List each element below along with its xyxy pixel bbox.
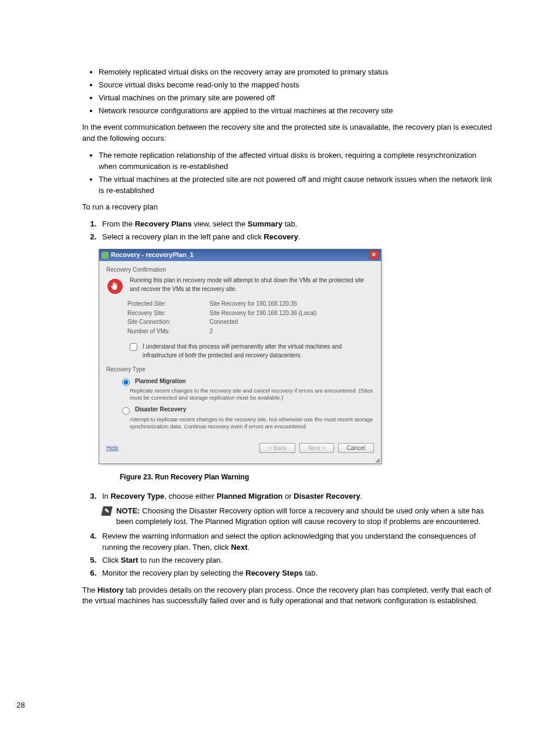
recovery-type-label: Recovery Type xyxy=(106,366,374,374)
bold-text: History xyxy=(97,586,124,594)
bold-text: Planned Migration xyxy=(217,492,283,500)
paragraph-event: In the event communication between the r… xyxy=(82,122,495,144)
figure-caption: Figure 23. Run Recovery Plan Warning xyxy=(120,472,495,482)
step-item: Review the warning information and selec… xyxy=(99,531,495,553)
bullet-list-top: Remotely replicated virtual disks on the… xyxy=(82,67,495,116)
list-item: Virtual machines on the primary site are… xyxy=(99,93,495,104)
note-block: ✎ NOTE: Choosing the Disaster Recovery o… xyxy=(102,506,495,528)
list-item: Remotely replicated virtual disks on the… xyxy=(99,67,495,78)
confirmation-row: Running this plan in recovery mode will … xyxy=(106,276,374,295)
bold-text: Start xyxy=(121,556,139,564)
note-text: NOTE: Choosing the Disaster Recovery opt… xyxy=(116,506,495,528)
resize-grip-icon[interactable]: ◢ xyxy=(99,458,381,464)
bold-text: Summary xyxy=(248,219,282,228)
figure-wrapper: Recovery - recoveryPlan_1 ✕ Recovery Con… xyxy=(99,249,495,483)
info-table: Protected Site:Site Recovery for 190.168… xyxy=(127,300,374,336)
recovery-site-value: Site Recovery for 190.168.120.36 (Local) xyxy=(210,309,316,318)
bold-text: Recovery Type xyxy=(110,492,164,500)
note-icon: ✎ xyxy=(101,506,112,516)
document-page: Remotely replicated virtual disks on the… xyxy=(0,0,560,744)
number-vms-value: 2 xyxy=(210,327,213,336)
radio-disaster-block: Disaster Recovery Attempt to replicate r… xyxy=(119,405,374,431)
radio-planned-block: Planned Migration Replicate recent chang… xyxy=(119,377,374,402)
dialog-titlebar: Recovery - recoveryPlan_1 ✕ xyxy=(99,249,381,261)
step-item: Select a recovery plan in the left pane … xyxy=(99,232,495,243)
acknowledgement-text: I understand that this process will perm… xyxy=(143,343,374,360)
disaster-recovery-title: Disaster Recovery xyxy=(135,405,186,414)
dialog-app-icon xyxy=(102,252,109,259)
close-icon[interactable]: ✕ xyxy=(369,251,379,259)
disaster-recovery-desc: Attempt to replicate recent changes to t… xyxy=(130,416,374,431)
disaster-recovery-radio[interactable] xyxy=(122,407,130,415)
ordered-steps-2: In Recovery Type, choose either Planned … xyxy=(82,491,495,579)
help-link[interactable]: Help xyxy=(106,444,119,453)
dialog-body: Recovery Confirmation Running this plan … xyxy=(99,261,381,438)
page-number: 28 xyxy=(16,700,25,711)
acknowledgement-row: I understand that this process will perm… xyxy=(127,343,374,360)
ordered-steps-1: From the Recovery Plans view, select the… xyxy=(82,219,495,243)
list-item: Source virtual disks become read-only to… xyxy=(99,80,495,91)
recovery-site-label: Recovery Site: xyxy=(127,309,210,318)
recovery-type-section: Recovery Type Planned Migration Replicat… xyxy=(106,366,374,430)
cancel-button[interactable]: Cancel xyxy=(338,443,374,453)
site-connection-value: Connected xyxy=(210,318,238,327)
planned-migration-radio[interactable] xyxy=(122,378,130,386)
step-item: Monitor the recovery plan by selecting t… xyxy=(99,568,495,579)
recovery-dialog: Recovery - recoveryPlan_1 ✕ Recovery Con… xyxy=(99,249,382,464)
step-item: Click Start to run the recovery plan. xyxy=(99,555,495,566)
recovery-confirmation-label: Recovery Confirmation xyxy=(106,266,374,275)
protected-site-label: Protected Site: xyxy=(127,300,210,309)
dialog-title-text: Recovery - recoveryPlan_1 xyxy=(111,251,194,260)
planned-migration-desc: Replicate recent changes to the recovery… xyxy=(130,387,374,402)
protected-site-value: Site Recovery for 190.168.120.35 xyxy=(210,300,297,309)
bold-text: Recovery Steps xyxy=(245,569,303,577)
next-button[interactable]: Next > xyxy=(299,443,334,453)
confirmation-text: Running this plan in recovery mode will … xyxy=(130,276,374,293)
bold-text: Recovery Plans xyxy=(135,219,192,228)
number-vms-label: Number of VMs: xyxy=(127,327,210,336)
back-button[interactable]: < Back xyxy=(259,443,295,453)
list-item: The remote replication relationship of t… xyxy=(99,150,495,173)
list-item: The virtual machines at the protected si… xyxy=(99,174,495,197)
bold-text: Recovery xyxy=(264,232,298,241)
paragraph-run: To run a recovery plan xyxy=(82,202,495,213)
dialog-footer: Help < Back Next > Cancel xyxy=(99,438,381,458)
step-item: From the Recovery Plans view, select the… xyxy=(99,219,495,230)
acknowledgement-checkbox[interactable] xyxy=(130,343,137,351)
bold-text: Next xyxy=(231,543,247,552)
list-item: Network resource configurations are appl… xyxy=(99,106,495,117)
step-item: In Recovery Type, choose either Planned … xyxy=(99,491,495,528)
planned-migration-title: Planned Migration xyxy=(135,377,186,386)
warning-hand-icon xyxy=(106,278,124,295)
site-connection-label: Site Connection: xyxy=(127,318,210,327)
bullet-list-event: The remote replication relationship of t… xyxy=(82,150,495,196)
paragraph-history: The History tab provides details on the … xyxy=(82,585,495,607)
bold-text: Disaster Recovery xyxy=(294,492,360,500)
